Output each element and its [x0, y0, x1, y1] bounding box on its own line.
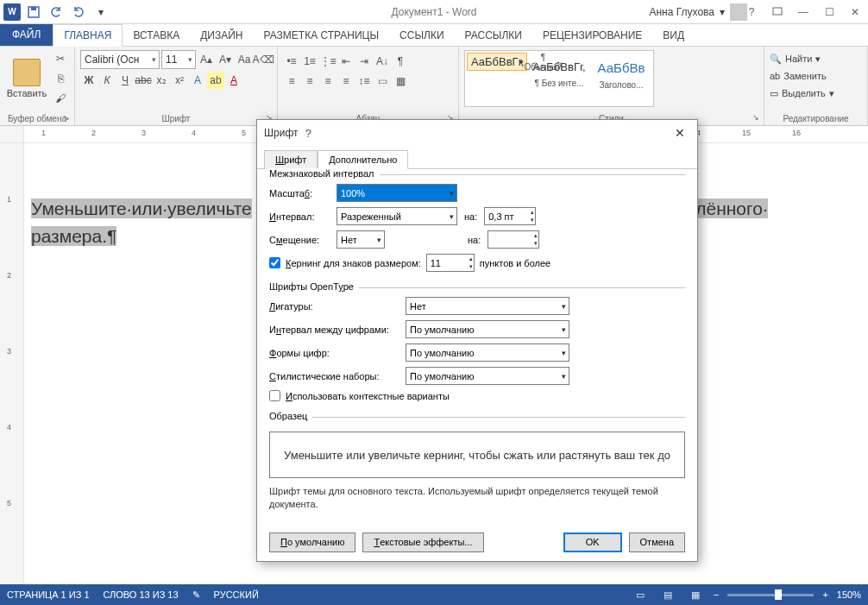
- text-effects-button[interactable]: Текстовые эффекты...: [362, 533, 483, 552]
- label-ligatures: Лигатуры:: [269, 301, 399, 312]
- position-combo[interactable]: Нет: [337, 230, 385, 249]
- word-count[interactable]: СЛОВО 13 ИЗ 13: [104, 589, 179, 600]
- spacing-by-spinner[interactable]: 0,3 пт: [484, 207, 536, 225]
- language-indicator[interactable]: РУССКИЙ: [214, 589, 259, 600]
- sort-icon[interactable]: A↓: [374, 53, 391, 70]
- borders-icon[interactable]: ▦: [392, 72, 409, 90]
- multilevel-icon[interactable]: ⋮≡: [319, 53, 337, 70]
- style-gallery[interactable]: АаБбВвГг, ¶ Обычный АаБбВвГг, ¶ Без инте…: [464, 50, 654, 107]
- stylistic-combo[interactable]: По умолчанию: [406, 367, 569, 385]
- numbering-icon[interactable]: 1≡: [301, 53, 318, 70]
- cut-icon[interactable]: ✂: [52, 50, 69, 67]
- bullets-icon[interactable]: •≡: [283, 53, 300, 70]
- tab-font[interactable]: Шрифт: [264, 150, 318, 169]
- maximize-icon[interactable]: ☐: [816, 0, 842, 24]
- paste-button[interactable]: Вставить: [5, 50, 48, 107]
- select-button[interactable]: ▭Выделить ▾: [770, 85, 862, 102]
- show-marks-icon[interactable]: ¶: [392, 53, 409, 70]
- kerning-size-spinner[interactable]: 11: [426, 254, 475, 272]
- undo-icon[interactable]: [47, 3, 66, 22]
- close-icon[interactable]: ✕: [842, 0, 868, 24]
- tab-file[interactable]: ФАЙЛ: [0, 23, 53, 46]
- shrink-font-icon[interactable]: A▾: [217, 51, 234, 68]
- tab-references[interactable]: ССЫЛКИ: [389, 25, 454, 46]
- decrease-indent-icon[interactable]: ⇤: [337, 53, 355, 70]
- font-name-combo[interactable]: Calibri (Осн: [80, 50, 160, 69]
- dialog-launcher-icon[interactable]: ↘: [60, 111, 72, 123]
- dialog-launcher-icon[interactable]: ↘: [750, 111, 762, 123]
- tab-advanced[interactable]: Дополнительно: [318, 150, 408, 169]
- italic-icon[interactable]: К: [98, 72, 116, 89]
- strikethrough-icon[interactable]: abc: [135, 72, 152, 89]
- align-right-icon[interactable]: ≡: [319, 72, 337, 90]
- text-effects-icon[interactable]: A: [189, 72, 206, 89]
- superscript-icon[interactable]: x²: [171, 72, 188, 89]
- user-account[interactable]: Анна Глухова ▾: [649, 3, 747, 21]
- redo-icon[interactable]: [69, 3, 88, 22]
- dialog-close-icon[interactable]: ✕: [670, 126, 690, 140]
- set-default-button[interactable]: По умолчанию: [269, 533, 355, 552]
- numforms-combo[interactable]: По умолчанию: [406, 343, 569, 362]
- kerning-checkbox[interactable]: [269, 257, 280, 268]
- spacing-combo[interactable]: Разреженный: [337, 207, 457, 225]
- tab-insert[interactable]: ВСТАВКА: [123, 25, 190, 46]
- web-layout-icon[interactable]: ▦: [686, 587, 705, 602]
- zoom-out-icon[interactable]: −: [714, 589, 719, 600]
- font-size-combo[interactable]: 11: [161, 50, 196, 69]
- scale-combo[interactable]: 100%: [337, 184, 457, 202]
- justify-icon[interactable]: ≡: [337, 72, 355, 90]
- zoom-in-icon[interactable]: +: [822, 589, 827, 600]
- read-mode-icon[interactable]: ▭: [631, 587, 650, 602]
- tab-home[interactable]: ГЛАВНАЯ: [53, 24, 123, 47]
- window-controls: ? — ☐ ✕: [739, 0, 868, 24]
- numspacing-combo[interactable]: По умолчанию: [406, 320, 569, 338]
- style-heading1[interactable]: АаБбВв Заголово...: [591, 53, 651, 104]
- vertical-ruler[interactable]: 12345: [0, 143, 24, 584]
- contextual-checkbox[interactable]: [269, 390, 280, 401]
- spellcheck-icon[interactable]: ✎: [192, 589, 200, 601]
- dialog-help-icon[interactable]: ?: [298, 127, 318, 140]
- ok-button[interactable]: OK: [563, 533, 622, 552]
- save-icon[interactable]: [24, 3, 43, 22]
- tab-view[interactable]: ВИД: [652, 25, 695, 46]
- print-layout-icon[interactable]: ▤: [658, 587, 677, 602]
- grow-font-icon[interactable]: A▴: [198, 51, 215, 68]
- style-normal[interactable]: АаБбВвГг, ¶ Обычный: [467, 53, 527, 71]
- format-painter-icon[interactable]: 🖌: [52, 90, 69, 107]
- highlight-icon[interactable]: ab: [207, 72, 224, 89]
- font-color-icon[interactable]: A: [225, 72, 242, 89]
- page-indicator[interactable]: СТРАНИЦА 1 ИЗ 1: [7, 589, 90, 600]
- fieldset-spacing: Межзнаковый интервал Масштаб: 100% Интер…: [269, 174, 685, 272]
- zoom-level[interactable]: 150%: [837, 589, 861, 600]
- position-by-spinner[interactable]: [487, 230, 539, 249]
- zoom-slider[interactable]: [727, 594, 814, 596]
- line-spacing-icon[interactable]: ↕≡: [355, 72, 373, 90]
- clear-formatting-icon[interactable]: A⌫: [255, 51, 272, 68]
- paste-icon: [13, 59, 41, 86]
- increase-indent-icon[interactable]: ⇥: [355, 53, 373, 70]
- minimize-icon[interactable]: —: [790, 0, 816, 24]
- group-label: Шрифт: [80, 112, 272, 123]
- replace-button[interactable]: abЗаменить: [770, 67, 862, 85]
- shading-icon[interactable]: ▭: [374, 72, 391, 90]
- statusbar: СТРАНИЦА 1 ИЗ 1 СЛОВО 13 ИЗ 13 ✎ РУССКИЙ…: [0, 584, 868, 605]
- paste-label: Вставить: [7, 88, 47, 98]
- dialog-titlebar[interactable]: Шрифт ? ✕: [257, 120, 697, 146]
- copy-icon[interactable]: ⎘: [52, 70, 69, 87]
- underline-icon[interactable]: Ч: [116, 72, 134, 89]
- change-case-icon[interactable]: Aa: [236, 51, 253, 68]
- tab-review[interactable]: РЕЦЕНЗИРОВАНИЕ: [532, 25, 652, 46]
- align-center-icon[interactable]: ≡: [301, 72, 318, 90]
- tab-mailings[interactable]: РАССЫЛКИ: [455, 25, 532, 46]
- tab-layout[interactable]: РАЗМЕТКА СТРАНИЦЫ: [254, 25, 390, 46]
- legend-spacing: Межзнаковый интервал: [269, 168, 380, 179]
- qat-customize-icon[interactable]: ▾: [91, 3, 110, 22]
- ligatures-combo[interactable]: Нет: [406, 297, 569, 315]
- cancel-button[interactable]: Отмена: [629, 533, 685, 552]
- ribbon-options-icon[interactable]: [764, 0, 790, 24]
- subscript-icon[interactable]: x₂: [153, 72, 170, 89]
- bold-icon[interactable]: Ж: [80, 72, 97, 89]
- find-button[interactable]: 🔍Найти ▾: [770, 50, 862, 67]
- tab-design[interactable]: ДИЗАЙН: [190, 25, 253, 46]
- align-left-icon[interactable]: ≡: [283, 72, 300, 90]
